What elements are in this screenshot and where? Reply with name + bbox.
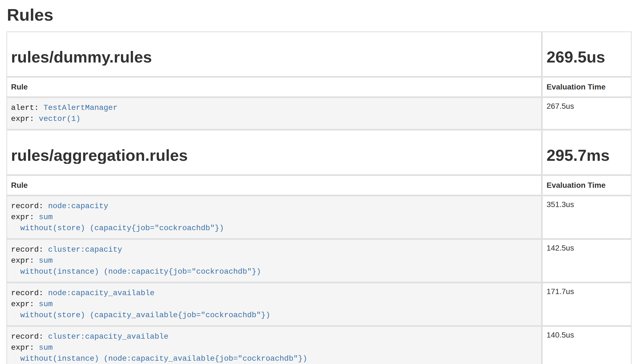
group-eval-total-cell: 295.7ms — [542, 130, 632, 175]
rule-name-link[interactable]: node:capacity — [48, 202, 108, 210]
rule-column-header: Rule — [6, 77, 542, 97]
eval-time-column-header: Evaluation Time — [542, 77, 632, 97]
rule-name-link[interactable]: cluster:capacity — [48, 245, 122, 254]
rule-code: record: cluster:capacity expr: sum witho… — [11, 244, 537, 277]
rule-code: alert: TestAlertManager expr: vector(1) — [11, 102, 537, 124]
rule-eval-time-cell: 140.5us — [542, 326, 632, 364]
rule-kind-keyword: record: — [11, 332, 48, 341]
rule-code: record: node:capacity_available expr: su… — [11, 288, 537, 321]
rule-code: record: cluster:capacity_available expr:… — [11, 331, 537, 364]
rule-expr-keyword: expr: — [11, 343, 39, 352]
rule-group-table: rules/dummy.rules 269.5us Rule Evaluatio… — [6, 31, 632, 130]
rule-cell: record: node:capacity expr: sum without(… — [6, 195, 542, 239]
rule-cell: record: node:capacity_available expr: su… — [6, 282, 542, 326]
rule-expr-link[interactable]: vector(1) — [39, 115, 80, 123]
rule-expr-keyword: expr: — [11, 300, 39, 308]
group-header-cell: rules/aggregation.rules — [6, 130, 542, 175]
rule-eval-time-cell: 267.5us — [542, 97, 632, 130]
rule-name-link[interactable]: cluster:capacity_available — [48, 332, 168, 341]
rule-expr-link[interactable]: sum without(store) (capacity{job="cockro… — [11, 213, 224, 232]
rule-name-link[interactable]: node:capacity_available — [48, 289, 154, 297]
rule-row: record: cluster:capacity_available expr:… — [6, 326, 632, 364]
rule-expr-link[interactable]: sum without(instance) (node:capacity_ava… — [11, 343, 307, 363]
rule-cell: record: cluster:capacity expr: sum witho… — [6, 239, 542, 282]
rule-cell: record: cluster:capacity_available expr:… — [6, 326, 542, 364]
rule-kind-keyword: alert: — [11, 104, 44, 112]
eval-time-column-header: Evaluation Time — [542, 175, 632, 195]
rule-name-link[interactable]: TestAlertManager — [44, 104, 118, 112]
column-header-row: Rule Evaluation Time — [6, 77, 632, 97]
rule-expr-link[interactable]: sum without(store) (capacity_available{j… — [11, 300, 270, 319]
rule-kind-keyword: record: — [11, 202, 48, 210]
rule-row: record: node:capacity_available expr: su… — [6, 282, 632, 326]
rule-groups-container: rules/dummy.rules 269.5us Rule Evaluatio… — [6, 31, 632, 364]
rule-row: record: cluster:capacity expr: sum witho… — [6, 239, 632, 282]
rule-group-table: rules/aggregation.rules 295.7ms Rule Eva… — [6, 130, 632, 364]
rule-kind-keyword: record: — [11, 289, 48, 297]
rule-code: record: node:capacity expr: sum without(… — [11, 201, 537, 234]
group-header-row: rules/dummy.rules 269.5us — [6, 31, 632, 77]
group-file-name: rules/aggregation.rules — [11, 147, 537, 164]
rule-expr-keyword: expr: — [11, 115, 39, 123]
column-header-row: Rule Evaluation Time — [6, 175, 632, 195]
rule-row: alert: TestAlertManager expr: vector(1)2… — [6, 97, 632, 130]
group-header-row: rules/aggregation.rules 295.7ms — [6, 130, 632, 175]
rule-eval-time-cell: 171.7us — [542, 282, 632, 326]
rule-kind-keyword: record: — [11, 245, 48, 254]
rule-cell: alert: TestAlertManager expr: vector(1) — [6, 97, 542, 130]
rule-row: record: node:capacity expr: sum without(… — [6, 195, 632, 239]
group-eval-total-cell: 269.5us — [542, 31, 632, 77]
rule-eval-time-cell: 142.5us — [542, 239, 632, 282]
rule-expr-keyword: expr: — [11, 256, 39, 265]
group-eval-total: 269.5us — [547, 49, 627, 66]
page-title: Rules — [7, 6, 632, 24]
group-file-name: rules/dummy.rules — [11, 49, 537, 66]
rule-column-header: Rule — [6, 175, 542, 195]
rule-expr-link[interactable]: sum without(instance) (node:capacity{job… — [11, 256, 261, 276]
rule-eval-time-cell: 351.3us — [542, 195, 632, 239]
rule-expr-keyword: expr: — [11, 213, 39, 221]
group-header-cell: rules/dummy.rules — [6, 31, 542, 77]
group-eval-total: 295.7ms — [547, 147, 627, 164]
